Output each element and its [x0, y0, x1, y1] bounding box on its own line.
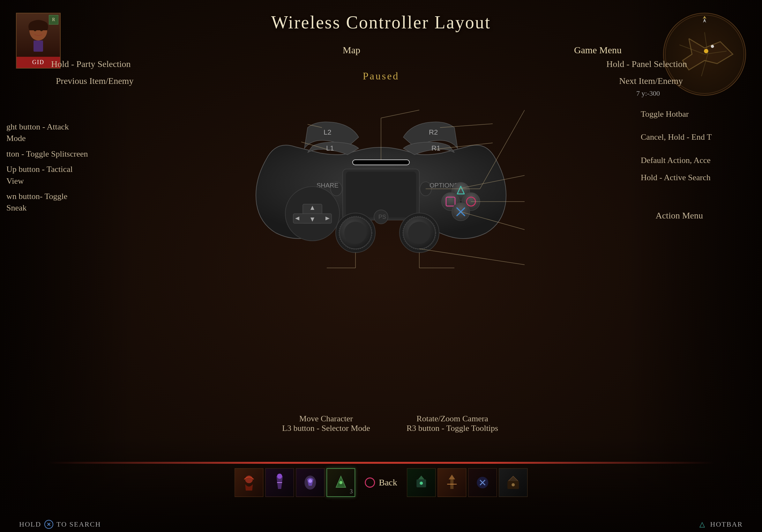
portrait-badge: R [49, 15, 58, 25]
svg-rect-18 [353, 160, 409, 165]
left-label-split: tton - Toggle Splitscreen [6, 148, 89, 160]
svg-text:R1: R1 [431, 144, 440, 152]
left-label-attack: ght button - Attack Mode [6, 121, 89, 145]
rotate-zoom-label: Rotate/Zoom Camera R3 button - Toggle To… [407, 414, 498, 433]
hotbar-triangle: △ HOTBAR [698, 520, 743, 529]
hold-x-search: HOLD ✕ TO SEARCH [19, 520, 101, 529]
svg-rect-5 [34, 40, 43, 52]
hold-panel-label: Hold - Panel Selection [606, 59, 687, 69]
svg-point-68 [308, 479, 312, 483]
hotbar-text: HOTBAR [710, 520, 743, 528]
slot-8-icon [499, 469, 527, 497]
svg-text:L1: L1 [326, 144, 334, 152]
svg-point-74 [511, 483, 515, 486]
to-search-text: TO SEARCH [56, 520, 101, 528]
move-character-text: Move Character [282, 414, 370, 424]
hotbar-slot-6[interactable] [437, 468, 466, 497]
left-label-sneak: wn button- Toggle Sneak [6, 191, 89, 214]
hold-party-label: Hold - Party Selection [51, 59, 131, 69]
page-title: Wireless Controller Layout [271, 12, 491, 33]
game-menu-label: Game Menu [574, 45, 622, 55]
triangle-button-icon: △ [698, 520, 707, 529]
hotbar-slot-7[interactable] [468, 468, 497, 497]
svg-point-69 [339, 481, 343, 484]
hold-text: HOLD [19, 520, 41, 528]
hotbar-progress-bar [48, 462, 714, 464]
svg-point-66 [277, 474, 282, 479]
svg-point-7 [704, 49, 708, 53]
svg-line-50 [381, 110, 419, 118]
svg-marker-9 [703, 18, 706, 23]
hotbar: 3 Back [0, 462, 762, 532]
cancel-hold-label: Cancel, Hold - End T [641, 131, 756, 143]
left-label-tactical: Up button - Tactical View [6, 164, 89, 187]
hotbar-slot-3[interactable] [296, 468, 325, 497]
svg-point-36 [408, 222, 430, 244]
slot-3-icon [296, 469, 324, 497]
svg-point-71 [419, 482, 423, 485]
back-label: Back [379, 478, 397, 488]
hotbar-slot-8[interactable] [499, 468, 527, 497]
slot-5-icon [407, 469, 435, 497]
next-item-label: Next Item/Enemy [619, 76, 683, 86]
move-character-label: Move Character L3 button - Selector Mode [282, 414, 370, 433]
slot-1-icon [235, 469, 263, 497]
hotbar-slot-1[interactable] [235, 468, 263, 497]
controller-svg: L1 R1 L2 R2 SHARE OPTIONS [237, 64, 525, 281]
r3-toggle-text: R3 button - Toggle Tooltips [407, 424, 498, 433]
rotate-zoom-text: Rotate/Zoom Camera [407, 414, 498, 424]
toggle-hotbar-label: Toggle Hotbar [641, 108, 756, 120]
hotbar-bottom-labels: HOLD ✕ TO SEARCH △ HOTBAR [0, 520, 762, 529]
svg-text:R2: R2 [429, 128, 438, 136]
action-menu-label: Action Menu [655, 211, 703, 221]
hotbar-slot-2[interactable] [265, 468, 294, 497]
slot-2-icon [266, 469, 294, 497]
hold-active-search-label: Hold - Active Search [641, 172, 756, 183]
left-labels-container: ght button - Attack Mode tton - Toggle S… [0, 121, 89, 218]
slot-4-number: 3 [350, 488, 352, 495]
left-label-attack-text: ght button - Attack Mode [6, 122, 69, 143]
svg-text:PS: PS [378, 214, 386, 220]
right-labels-container: Toggle Hotbar Cancel, Hold - End T Defau… [641, 108, 762, 189]
default-action-text: Default Action, Acce [641, 156, 711, 165]
circle-button-icon [365, 478, 375, 488]
svg-text:L2: L2 [324, 128, 331, 136]
l3-selector-text: L3 button - Selector Mode [282, 424, 370, 433]
back-button[interactable]: Back [365, 478, 397, 488]
map-label: Map [343, 45, 360, 55]
svg-point-32 [344, 222, 367, 244]
slot-7-icon [468, 469, 496, 497]
svg-point-8 [711, 45, 714, 48]
default-action-label: Default Action, Acce [641, 155, 756, 166]
left-label-tactical-text: Up button - Tactical View [6, 165, 73, 185]
svg-line-60 [419, 249, 525, 265]
hotbar-slots-container: 3 Back [235, 468, 527, 497]
slot-6-icon [438, 469, 466, 497]
prev-item-label: Previous Item/Enemy [56, 76, 133, 86]
coordinates-display: 7 y:-300 [636, 89, 660, 98]
hotbar-slot-5[interactable] [407, 468, 435, 497]
x-button-icon: ✕ [44, 520, 53, 529]
paused-text: Paused [363, 70, 400, 82]
left-label-sneak-text: wn button- Toggle Sneak [6, 192, 67, 212]
controller-diagram: L1 R1 L2 R2 SHARE OPTIONS [237, 64, 525, 281]
hotbar-slot-4-active[interactable]: 3 [327, 468, 355, 497]
left-label-split-text: tton - Toggle Splitscreen [6, 149, 88, 159]
